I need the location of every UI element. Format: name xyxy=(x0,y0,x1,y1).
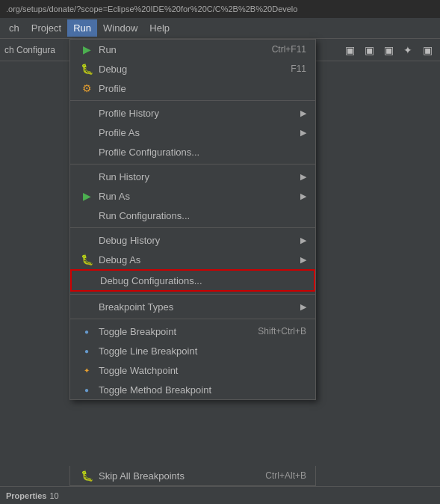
toolbar-icon-4[interactable]: ✦ xyxy=(400,42,416,58)
toggle-line-bp-icon: ● xyxy=(79,345,94,357)
menu-debug-history[interactable]: Debug History ▶ xyxy=(70,230,315,250)
debug-history-label: Debug History xyxy=(99,235,300,246)
separator-5 xyxy=(70,319,315,319)
separator-3 xyxy=(70,227,315,228)
address-bar: .org/setups/donate/?scope=Eclipse%20IDE%… xyxy=(0,0,440,18)
debug-as-arrow: ▶ xyxy=(300,255,306,265)
run-config-icon xyxy=(79,209,94,221)
toolbar-icon-1[interactable]: ▣ xyxy=(341,42,358,58)
menu-debug-configurations[interactable]: Debug Configurations... xyxy=(70,269,315,292)
run-history-label: Run History xyxy=(99,171,300,182)
skip-all-bp-icon: 🐛 xyxy=(79,470,94,482)
debug-config-label: Debug Configurations... xyxy=(100,275,305,286)
run-history-arrow: ▶ xyxy=(300,172,306,182)
profile-config-label: Profile Configurations... xyxy=(99,147,306,158)
menu-bar: ch Project Run Window Help xyxy=(0,18,440,39)
run-label: Run xyxy=(99,44,257,55)
debug-history-icon xyxy=(79,234,94,246)
menu-run-configurations[interactable]: Run Configurations... xyxy=(70,206,315,225)
toggle-bp-label: Toggle Breakpoint xyxy=(99,326,243,337)
menu-profile-configurations[interactable]: Profile Configurations... xyxy=(70,142,315,162)
menu-item-window[interactable]: Window xyxy=(97,19,143,37)
run-as-label: Run As xyxy=(99,191,300,202)
status-number: 10 xyxy=(49,491,58,500)
debug-shortcut: F11 xyxy=(291,64,306,74)
menu-run-history[interactable]: Run History ▶ xyxy=(70,167,315,186)
profile-as-label: Profile As xyxy=(99,127,300,138)
menu-toggle-line-breakpoint[interactable]: ● Toggle Line Breakpoint xyxy=(70,341,315,360)
breakpoint-types-label: Breakpoint Types xyxy=(99,301,300,313)
menu-item-ch[interactable]: ch xyxy=(3,19,25,37)
debug-as-icon: 🐛 xyxy=(79,253,94,265)
debug-history-arrow: ▶ xyxy=(300,236,306,245)
status-label: Properties xyxy=(6,491,46,500)
profile-as-icon xyxy=(79,126,94,138)
menu-skip-all-breakpoints[interactable]: 🐛 Skip All Breakpoints Ctrl+Alt+B xyxy=(70,466,315,485)
run-as-arrow: ▶ xyxy=(300,191,306,201)
menu-toggle-method-breakpoint[interactable]: ● Toggle Method Breakpoint xyxy=(70,380,315,399)
menu-profile[interactable]: ⚙ Profile xyxy=(70,79,315,98)
profile-config-icon xyxy=(79,146,94,158)
menu-run[interactable]: ▶ Run Ctrl+F11 xyxy=(70,40,315,59)
toolbar-text: ch Configura xyxy=(4,45,55,55)
run-menu-dropdown: ▶ Run Ctrl+F11 🐛 Debug F11 ⚙ Profile Pro… xyxy=(69,39,316,400)
toggle-wp-label: Toggle Watchpoint xyxy=(99,365,306,376)
menu-toggle-breakpoint[interactable]: ● Toggle Breakpoint Shift+Ctrl+B xyxy=(70,322,315,341)
toggle-method-bp-label: Toggle Method Breakpoint xyxy=(99,384,306,396)
run-as-icon: ▶ xyxy=(79,190,94,202)
toggle-wp-icon: ✦ xyxy=(79,364,94,376)
toolbar-icon-3[interactable]: ▣ xyxy=(380,42,397,58)
debug-as-label: Debug As xyxy=(99,254,300,265)
debug-label: Debug xyxy=(99,64,276,75)
menu-debug-as[interactable]: 🐛 Debug As ▶ xyxy=(70,250,315,269)
menu-item-run[interactable]: Run xyxy=(67,19,97,37)
profile-history-icon xyxy=(79,107,94,119)
address-bar-url: .org/setups/donate/?scope=Eclipse%20IDE%… xyxy=(6,4,297,13)
toolbar-icons: ▣ ▣ ▣ ✦ ▣ xyxy=(341,42,436,58)
menu-breakpoint-types[interactable]: Breakpoint Types ▶ xyxy=(70,297,315,316)
menu-toggle-watchpoint[interactable]: ✦ Toggle Watchpoint xyxy=(70,360,315,380)
menu-profile-as[interactable]: Profile As ▶ xyxy=(70,123,315,142)
toggle-line-bp-label: Toggle Line Breakpoint xyxy=(99,345,306,357)
profile-as-arrow: ▶ xyxy=(300,128,306,138)
toolbar-icon-2[interactable]: ▣ xyxy=(361,42,377,58)
menu-debug[interactable]: 🐛 Debug F11 xyxy=(70,59,315,79)
toggle-bp-icon: ● xyxy=(79,325,94,337)
separator-2 xyxy=(70,164,315,165)
menu-run-as[interactable]: ▶ Run As ▶ xyxy=(70,186,315,206)
run-icon: ▶ xyxy=(79,43,94,55)
profile-label: Profile xyxy=(99,83,306,94)
separator-4 xyxy=(70,294,315,295)
breakpoint-types-arrow: ▶ xyxy=(300,302,306,312)
toggle-bp-shortcut: Shift+Ctrl+B xyxy=(258,326,306,336)
status-bar: Properties 10 xyxy=(0,486,440,504)
breakpoint-types-icon xyxy=(79,301,94,313)
skip-all-bp-shortcut: Ctrl+Alt+B xyxy=(265,470,306,481)
skip-all-breakpoints-row: 🐛 Skip All Breakpoints Ctrl+Alt+B xyxy=(69,466,316,486)
debug-config-icon xyxy=(81,274,96,286)
menu-item-project[interactable]: Project xyxy=(25,19,67,37)
profile-icon: ⚙ xyxy=(79,82,94,94)
menu-profile-history[interactable]: Profile History ▶ xyxy=(70,103,315,123)
skip-all-bp-label: Skip All Breakpoints xyxy=(99,470,250,482)
toolbar-icon-5[interactable]: ▣ xyxy=(419,42,436,58)
separator-1 xyxy=(70,100,315,101)
profile-history-arrow: ▶ xyxy=(300,108,306,118)
toggle-method-bp-icon: ● xyxy=(79,384,94,396)
menu-item-help[interactable]: Help xyxy=(143,19,176,37)
debug-icon: 🐛 xyxy=(79,63,94,75)
run-shortcut: Ctrl+F11 xyxy=(272,44,306,55)
run-config-label: Run Configurations... xyxy=(99,210,306,221)
profile-history-label: Profile History xyxy=(99,108,300,119)
run-history-icon xyxy=(79,170,94,182)
